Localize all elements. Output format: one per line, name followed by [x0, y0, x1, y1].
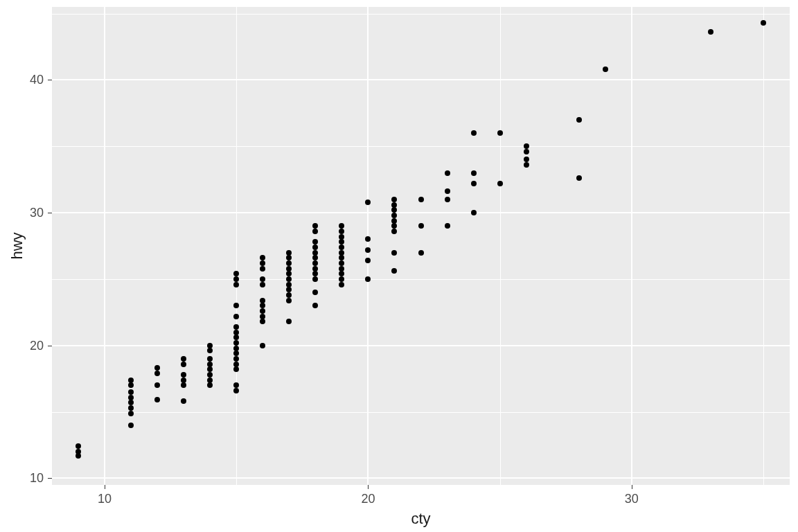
- data-point: [286, 266, 292, 272]
- data-point: [524, 143, 529, 149]
- data-point: [128, 389, 134, 395]
- data-point: [207, 343, 213, 348]
- gridline-major-y: [52, 477, 790, 479]
- data-point: [391, 223, 397, 229]
- data-point: [181, 372, 186, 378]
- data-point: [391, 218, 397, 224]
- data-point: [471, 181, 477, 186]
- data-point: [233, 366, 239, 372]
- data-point: [339, 250, 344, 256]
- data-point: [339, 255, 344, 260]
- data-point: [260, 255, 265, 260]
- data-point: [286, 255, 292, 260]
- plot-panel: [52, 7, 790, 485]
- data-point: [339, 260, 344, 266]
- data-point: [524, 162, 529, 168]
- data-point: [207, 356, 213, 362]
- data-point: [286, 287, 292, 292]
- data-point: [207, 378, 213, 383]
- data-point: [312, 303, 318, 308]
- data-point: [524, 149, 529, 154]
- data-point: [260, 343, 265, 348]
- data-point: [339, 271, 344, 276]
- data-point: [445, 223, 450, 229]
- gridline-minor-y: [52, 14, 790, 15]
- data-point: [233, 356, 239, 362]
- tick-label-y: 10: [30, 471, 44, 486]
- data-point: [391, 197, 397, 202]
- data-point: [365, 236, 371, 242]
- data-point: [312, 223, 318, 229]
- data-point: [207, 366, 213, 372]
- y-axis-title: hwy: [8, 232, 26, 259]
- data-point: [339, 266, 344, 272]
- data-point: [207, 382, 213, 388]
- tick-label-y: 40: [30, 73, 44, 87]
- data-point: [128, 395, 134, 400]
- data-point: [286, 292, 292, 298]
- tick-label-y: 30: [30, 206, 44, 220]
- data-point: [154, 397, 160, 402]
- data-point: [233, 276, 239, 282]
- data-point: [524, 157, 529, 162]
- data-point: [233, 324, 239, 330]
- data-point: [260, 282, 265, 287]
- data-point: [445, 170, 450, 176]
- data-point: [207, 362, 213, 367]
- data-point: [761, 20, 766, 26]
- gridline-minor-y: [52, 279, 790, 280]
- tick-y: [48, 80, 52, 80]
- data-point: [128, 405, 134, 411]
- data-point: [391, 229, 397, 234]
- gridline-minor-y: [52, 412, 790, 413]
- data-point: [207, 372, 213, 378]
- data-point: [128, 382, 134, 388]
- data-point: [286, 276, 292, 282]
- data-point: [128, 411, 134, 416]
- data-point: [339, 229, 344, 234]
- tick-label-y: 20: [30, 338, 44, 353]
- data-point: [365, 276, 371, 282]
- data-point: [471, 130, 477, 136]
- data-point: [576, 175, 582, 181]
- data-point: [260, 319, 265, 324]
- data-point: [233, 314, 239, 319]
- tick-label-x: 10: [98, 492, 112, 506]
- data-point: [286, 271, 292, 276]
- data-point: [286, 260, 292, 266]
- data-point: [312, 250, 318, 256]
- gridline-major-y: [52, 345, 790, 346]
- tick-y: [48, 346, 52, 346]
- data-point: [445, 197, 450, 202]
- data-point: [391, 213, 397, 218]
- data-point: [471, 170, 477, 176]
- data-point: [312, 290, 318, 295]
- data-point: [418, 223, 424, 229]
- data-point: [260, 266, 265, 272]
- data-point: [181, 382, 186, 388]
- tick-label-x: 30: [625, 492, 639, 506]
- data-point: [76, 443, 81, 449]
- data-point: [260, 314, 265, 319]
- data-point: [128, 400, 134, 405]
- tick-x: [105, 485, 105, 489]
- data-point: [312, 255, 318, 260]
- data-point: [339, 282, 344, 287]
- data-point: [497, 130, 503, 136]
- data-point: [260, 298, 265, 303]
- data-point: [603, 66, 608, 72]
- data-point: [339, 239, 344, 245]
- data-point: [418, 197, 424, 202]
- data-point: [233, 271, 239, 276]
- data-point: [233, 362, 239, 367]
- data-point: [312, 271, 318, 276]
- data-point: [233, 282, 239, 287]
- data-point: [312, 229, 318, 234]
- x-axis-title: cty: [411, 510, 430, 528]
- data-point: [365, 200, 371, 205]
- data-point: [154, 365, 160, 371]
- data-point: [286, 282, 292, 287]
- data-point: [312, 245, 318, 250]
- data-point: [233, 303, 239, 308]
- data-point: [286, 250, 292, 256]
